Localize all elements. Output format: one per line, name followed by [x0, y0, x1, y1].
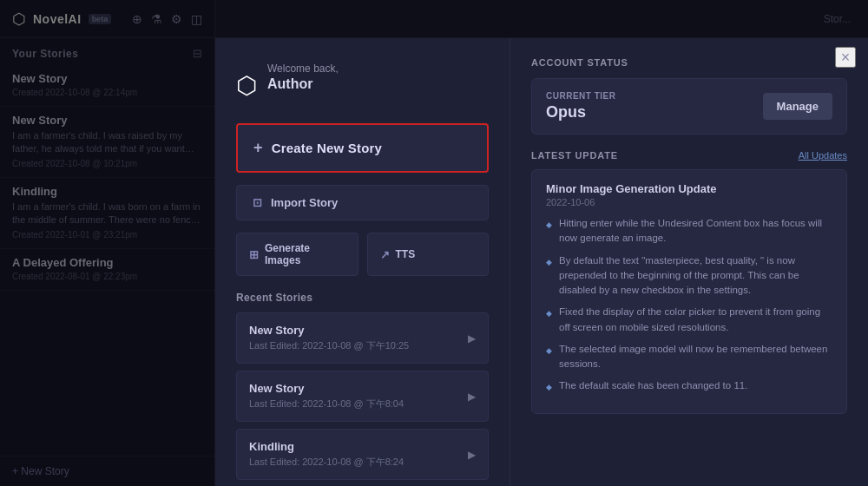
recent-story-item-0[interactable]: New Story Last Edited: 2022-10-08 @ 下午10…: [236, 312, 489, 364]
all-updates-link[interactable]: All Updates: [799, 150, 847, 161]
update-item-1: ◆ By default the text "masterpiece, best…: [546, 253, 832, 299]
recent-story-info: New Story Last Edited: 2022-10-08 @ 下午10…: [249, 324, 409, 352]
modal-logo-icon: ⬡: [236, 71, 257, 100]
modal-left-panel: ⬡ Welcome back, Author + Create New Stor…: [215, 38, 510, 486]
welcome-row: ⬡ Welcome back, Author: [236, 62, 489, 108]
import-story-label: Import Story: [271, 196, 338, 209]
update-text-3: The selected image model will now be rem…: [559, 342, 832, 372]
image-icon: ⊞: [249, 248, 259, 261]
create-new-story-button[interactable]: + Create New Story: [236, 123, 489, 173]
tier-value: Opus: [546, 103, 615, 122]
recent-story-date: Last Edited: 2022-10-08 @ 下午8:24: [249, 456, 404, 469]
recent-story-date: Last Edited: 2022-10-08 @ 下午10:25: [249, 339, 409, 352]
generate-images-button[interactable]: ⊞ Generate Images: [236, 233, 358, 276]
recent-story-item-1[interactable]: New Story Last Edited: 2022-10-08 @ 下午8:…: [236, 371, 489, 422]
recent-stories-label: Recent Stories: [236, 292, 489, 304]
recent-story-date: Last Edited: 2022-10-08 @ 下午8:04: [249, 397, 404, 410]
update-text-2: Fixed the display of the color picker to…: [559, 305, 832, 335]
tts-button[interactable]: ↗ TTS: [367, 233, 490, 276]
recent-story-item-2[interactable]: Kindling Last Edited: 2022-10-08 @ 下午8:2…: [236, 429, 489, 480]
recent-story-info: Kindling Last Edited: 2022-10-08 @ 下午8:2…: [249, 440, 404, 469]
bullet-icon-0: ◆: [546, 220, 552, 246]
tier-label: Current Tier: [546, 91, 615, 101]
generate-images-label: Generate Images: [265, 242, 345, 266]
welcome-texts: Welcome back, Author: [267, 62, 339, 108]
update-item-0: ◆ Hitting enter while the Undesired Cont…: [546, 216, 832, 246]
update-title: Minor Image Generation Update: [546, 182, 832, 195]
modal-right-panel: Account Status Current Tier Opus Manage …: [510, 38, 868, 486]
account-status-label: Account Status: [531, 57, 847, 68]
recent-story-info: New Story Last Edited: 2022-10-08 @ 下午8:…: [249, 382, 404, 410]
chevron-right-icon: ▶: [468, 332, 476, 345]
import-story-button[interactable]: ⊡ Import Story: [236, 185, 489, 220]
author-name: Author: [267, 76, 339, 92]
update-box: Minor Image Generation Update 2022-10-06…: [531, 169, 847, 414]
plus-icon: +: [253, 139, 263, 157]
update-item-3: ◆ The selected image model will now be r…: [546, 342, 832, 372]
modal: × ⬡ Welcome back, Author + Create New St…: [215, 38, 868, 486]
update-item-2: ◆ Fixed the display of the color picker …: [546, 305, 832, 335]
update-text-1: By default the text "masterpiece, best q…: [559, 253, 832, 299]
close-button[interactable]: ×: [835, 47, 856, 68]
latest-update-label: Latest Update: [531, 150, 618, 161]
import-icon: ⊡: [253, 196, 262, 209]
account-status-box: Current Tier Opus Manage: [531, 78, 847, 135]
recent-story-title: New Story: [249, 382, 404, 395]
bullet-icon-3: ◆: [546, 345, 552, 372]
chevron-right-icon: ▶: [468, 449, 476, 461]
tier-info: Current Tier Opus: [546, 91, 615, 122]
latest-update-header: Latest Update All Updates: [531, 150, 847, 161]
update-item-4: ◆ The default scale has been changed to …: [546, 378, 832, 394]
update-date: 2022-10-06: [546, 197, 832, 207]
tools-row: ⊞ Generate Images ↗ TTS: [236, 233, 489, 276]
recent-story-title: Kindling: [249, 440, 404, 453]
bullet-icon-4: ◆: [546, 382, 552, 394]
bullet-icon-2: ◆: [546, 308, 552, 335]
manage-button[interactable]: Manage: [763, 93, 832, 120]
welcome-text: Welcome back,: [267, 62, 339, 75]
chevron-right-icon: ▶: [468, 391, 476, 403]
recent-story-title: New Story: [249, 324, 409, 337]
update-text-4: The default scale has been changed to 11…: [559, 378, 747, 394]
tts-label: TTS: [396, 248, 416, 260]
tts-icon: ↗: [380, 248, 390, 261]
bullet-icon-1: ◆: [546, 257, 552, 299]
create-story-label: Create New Story: [272, 141, 382, 155]
update-text-0: Hitting enter while the Undesired Conten…: [559, 216, 832, 246]
